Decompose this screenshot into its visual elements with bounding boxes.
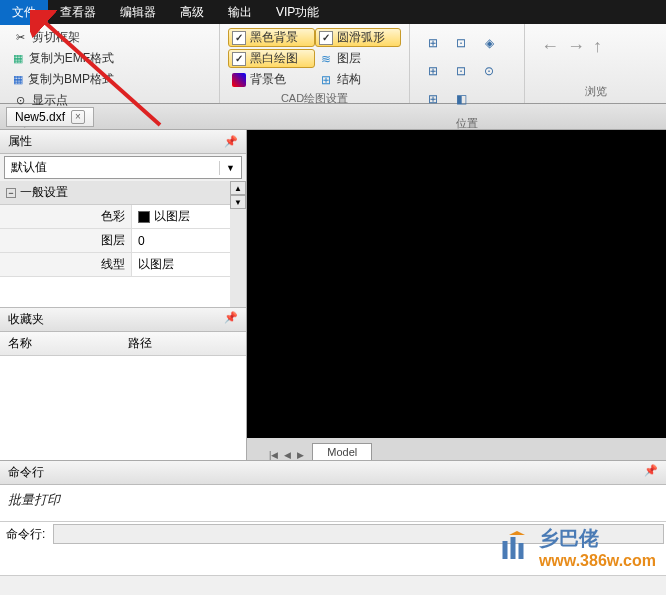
command-log: 批量打印: [0, 485, 666, 521]
watermark: 乡巴佬 www.386w.com: [495, 525, 656, 570]
layer-icon: ≋: [319, 52, 333, 66]
prop-row-color[interactable]: 色彩 以图层: [0, 205, 230, 229]
position-icon-8[interactable]: ◧: [450, 88, 472, 110]
position-icon-3[interactable]: ◈: [478, 32, 500, 54]
model-tab-bar: |◀ ◀ ▶ Model: [247, 438, 666, 460]
menu-output[interactable]: 输出: [216, 0, 264, 25]
bw-drawing-toggle[interactable]: ✓黑白绘图: [228, 49, 315, 68]
tab-nav-next-icon[interactable]: ▶: [295, 450, 306, 460]
prop-row-linetype[interactable]: 线型 以图层: [0, 253, 230, 277]
check-icon: ✓: [232, 31, 246, 45]
chevron-down-icon[interactable]: ▼: [219, 161, 241, 175]
bmp-icon: ▦: [12, 72, 24, 88]
copy-bmp-button[interactable]: ▦复制为BMP格式: [8, 70, 118, 89]
default-combo[interactable]: 默认值 ▼: [4, 156, 242, 179]
nav-left-icon[interactable]: ←: [541, 36, 559, 57]
favorites-body: [0, 356, 246, 460]
ribbon-group-browse-label: 浏览: [533, 82, 658, 99]
prop-row-layer[interactable]: 图层 0: [0, 229, 230, 253]
menu-file[interactable]: 文件: [0, 0, 48, 25]
command-header: 命令行 📌: [0, 461, 666, 485]
ribbon-group-position-label: 位置: [418, 114, 516, 131]
smooth-arc-toggle[interactable]: ✓圆滑弧形: [315, 28, 402, 47]
favorites-col-name[interactable]: 名称: [0, 332, 120, 355]
layer-button[interactable]: ≋图层: [315, 49, 402, 68]
model-tab[interactable]: Model: [312, 443, 372, 460]
close-tab-icon[interactable]: ×: [71, 110, 85, 124]
position-icon-1[interactable]: ⊞: [422, 32, 444, 54]
pin-icon[interactable]: 📌: [644, 464, 658, 481]
menu-advanced[interactable]: 高级: [168, 0, 216, 25]
pin-icon[interactable]: 📌: [224, 135, 238, 148]
tab-nav-prev-icon[interactable]: ◀: [282, 450, 293, 460]
scroll-down-icon[interactable]: ▼: [230, 195, 246, 209]
menubar: 文件 查看器 编辑器 高级 输出 VIP功能: [0, 0, 666, 24]
position-icon-6[interactable]: ⊙: [478, 60, 500, 82]
ribbon-group-cad-label: CAD绘图设置: [228, 89, 401, 106]
menu-editor[interactable]: 编辑器: [108, 0, 168, 25]
menu-vip[interactable]: VIP功能: [264, 0, 331, 25]
nav-right-icon[interactable]: →: [567, 36, 585, 57]
position-icon-2[interactable]: ⊡: [450, 32, 472, 54]
main-area: 属性 📌 默认值 ▼ − 一般设置 色彩 以图层 图层 0: [0, 130, 666, 460]
cut-icon: ✂: [12, 30, 28, 46]
position-icon-5[interactable]: ⊡: [450, 60, 472, 82]
check-icon: ✓: [319, 31, 333, 45]
drawing-canvas[interactable]: [247, 130, 666, 438]
pin-icon[interactable]: 📌: [224, 311, 238, 328]
black-bg-toggle[interactable]: ✓黑色背景: [228, 28, 315, 47]
tab-nav-first-icon[interactable]: |◀: [267, 450, 280, 460]
statusbar: [0, 575, 666, 595]
structure-button[interactable]: ⊞结构: [315, 70, 402, 89]
file-tab-label: New5.dxf: [15, 110, 65, 124]
file-tab[interactable]: New5.dxf ×: [6, 107, 94, 127]
position-icon-4[interactable]: ⊞: [422, 60, 444, 82]
favorites-panel-header: 收藏夹 📌: [0, 307, 246, 332]
canvas-area: |◀ ◀ ▶ Model: [247, 130, 666, 460]
nav-up-icon[interactable]: ↑: [593, 36, 602, 57]
check-icon: ✓: [232, 52, 246, 66]
copy-emf-button[interactable]: ▦复制为EMF格式: [8, 49, 118, 68]
color-swatch: [138, 211, 150, 223]
properties-section-header[interactable]: − 一般设置: [0, 181, 230, 205]
favorites-col-path[interactable]: 路径: [120, 332, 160, 355]
emf-icon: ▦: [12, 51, 25, 67]
position-icon-7[interactable]: ⊞: [422, 88, 444, 110]
menu-viewer[interactable]: 查看器: [48, 0, 108, 25]
ribbon: ✂剪切框架 ▦复制为EMF格式 ▦复制为BMP格式 ⊙显示点 🔍查找文字 ◑修剪…: [0, 24, 666, 104]
left-panel: 属性 📌 默认值 ▼ − 一般设置 色彩 以图层 图层 0: [0, 130, 247, 460]
favorites-columns: 名称 路径: [0, 332, 246, 356]
command-prompt-label: 命令行:: [0, 523, 51, 546]
bg-color-button[interactable]: 背景色: [228, 70, 315, 89]
properties-panel-header: 属性 📌: [0, 130, 246, 154]
structure-icon: ⊞: [319, 73, 333, 87]
collapse-icon[interactable]: −: [6, 188, 16, 198]
cut-frame-button[interactable]: ✂剪切框架: [8, 28, 118, 47]
properties-table: − 一般设置 色彩 以图层 图层 0 线型 以图层: [0, 181, 230, 307]
color-icon: [232, 73, 246, 87]
scroll-up-icon[interactable]: ▲: [230, 181, 246, 195]
